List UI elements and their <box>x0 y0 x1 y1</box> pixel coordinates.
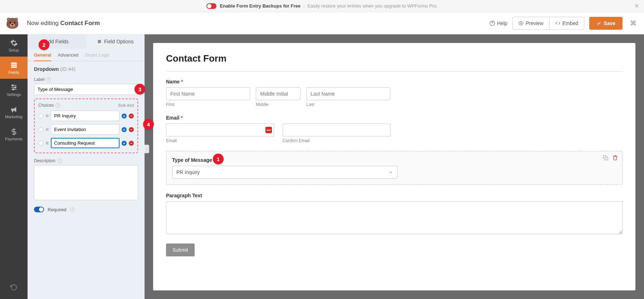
subtab-smart-logic[interactable]: Smart Logic <box>85 52 109 61</box>
svg-rect-18 <box>605 157 608 160</box>
paragraph-textarea[interactable] <box>166 201 623 234</box>
tab-add-fields[interactable]: Add Fields <box>28 34 86 49</box>
description-label-row: Description ? <box>34 158 138 163</box>
help-icon[interactable]: ? <box>46 77 51 82</box>
nav-history[interactable] <box>0 280 28 295</box>
middle-sublabel: Middle <box>256 102 301 107</box>
middle-initial-input[interactable] <box>256 87 301 100</box>
embed-label: Embed <box>562 20 578 26</box>
paragraph-field[interactable]: Paragraph Text <box>166 193 623 236</box>
email-field[interactable]: Email * •••Email Confirm Email <box>166 115 623 143</box>
remove-choice-button[interactable]: − <box>129 114 134 119</box>
copy-icon <box>603 155 608 160</box>
help-icon[interactable]: ? <box>55 103 60 108</box>
password-manager-icon[interactable]: ••• <box>265 127 272 133</box>
first-name-input[interactable] <box>166 87 250 100</box>
choice-radio[interactable] <box>38 141 43 146</box>
choices-header: Choices ? Bulk Add <box>38 103 134 108</box>
remove-choice-button[interactable]: − <box>129 127 134 132</box>
nav-fields[interactable]: Fields <box>0 57 28 79</box>
field-actions <box>603 155 618 161</box>
nav-settings[interactable]: Settings <box>0 79 28 101</box>
last-name-input[interactable] <box>306 87 390 100</box>
drag-handle-icon[interactable]: ≡ <box>45 126 49 133</box>
check-icon <box>596 21 601 26</box>
form-name: Contact Form <box>60 20 100 26</box>
header-actions: Help Preview Embed Save ✖ <box>489 17 637 30</box>
svg-point-1 <box>520 23 522 24</box>
drag-handle-icon[interactable]: ≡ <box>45 140 49 146</box>
sub-tabs: General Advanced Smart Logic <box>28 49 145 61</box>
duplicate-field-button[interactable] <box>603 155 608 161</box>
choices-section: Choices ? Bulk Add ≡ + − <box>34 98 138 153</box>
subtab-general[interactable]: General <box>34 52 51 61</box>
gear-icon <box>10 39 18 47</box>
help-icon[interactable]: ? <box>57 159 62 163</box>
options-icon <box>97 39 102 44</box>
description-textarea[interactable] <box>34 165 138 200</box>
main-layout: Setup Fields Settings Marketing Payments… <box>0 34 644 299</box>
help-icon[interactable]: ? <box>70 207 75 212</box>
choice-input[interactable] <box>51 138 119 148</box>
svg-rect-4 <box>11 66 17 68</box>
email-sublabel: Email <box>166 138 274 143</box>
nav-payments[interactable]: Payments <box>0 123 28 145</box>
confirm-email-input[interactable] <box>283 124 391 136</box>
drag-handle-icon[interactable]: ≡ <box>45 113 49 119</box>
form-preview-area: Contact Form Name * First Middle Last Em… <box>145 34 644 299</box>
required-toggle[interactable] <box>34 207 44 212</box>
nav-payments-label: Payments <box>5 137 23 141</box>
tab-field-options[interactable]: Field Options <box>86 34 145 49</box>
required-row: Required ? <box>34 207 138 212</box>
top-bar-sub: Easily restore your entries when you upg… <box>307 3 438 9</box>
email-label: Email * <box>166 115 623 121</box>
nav-marketing-label: Marketing <box>5 115 22 119</box>
remove-choice-button[interactable]: − <box>129 141 134 146</box>
email-input[interactable] <box>166 124 274 136</box>
name-field[interactable]: Name * First Middle Last <box>166 79 623 107</box>
callout-badge-3: 3 <box>135 84 145 95</box>
add-choice-button[interactable]: + <box>122 141 127 146</box>
form-canvas: Contact Form Name * First Middle Last Em… <box>153 43 635 290</box>
confirm-email-sublabel: Confirm Email <box>283 138 391 143</box>
bullhorn-icon <box>10 106 18 114</box>
close-icon[interactable]: ✕ <box>634 3 639 9</box>
backup-toggle[interactable] <box>206 3 216 9</box>
chevron-down-icon <box>388 170 393 175</box>
collapse-panel-button[interactable]: ‹ <box>145 145 149 153</box>
choice-input[interactable] <box>51 111 119 121</box>
choice-input[interactable] <box>51 124 119 135</box>
add-choice-button[interactable]: + <box>122 127 127 132</box>
svg-rect-2 <box>11 62 17 64</box>
help-link[interactable]: Help <box>489 20 507 26</box>
close-builder-icon[interactable]: ✖ <box>630 18 637 28</box>
nav-setup[interactable]: Setup <box>0 34 28 57</box>
choice-radio[interactable] <box>38 127 43 132</box>
subtab-advanced[interactable]: Advanced <box>58 52 78 61</box>
submit-button[interactable]: Submit <box>166 243 195 256</box>
embed-button[interactable]: Embed <box>549 17 584 29</box>
list-icon <box>10 61 18 69</box>
paragraph-label: Paragraph Text <box>166 193 623 198</box>
field-options-panel: 2 3 4 Add Fields Field Options General A… <box>28 34 145 299</box>
preview-button[interactable]: Preview <box>513 17 549 29</box>
type-msg-selected: PR Inquiry <box>176 169 200 175</box>
last-sublabel: Last <box>306 102 390 107</box>
type-msg-select[interactable]: PR Inquiry <box>172 166 397 179</box>
delete-field-button[interactable] <box>613 155 618 161</box>
top-bar-title: Enable Form Entry Backups for Free <box>220 3 301 9</box>
nav-marketing[interactable]: Marketing <box>0 101 28 123</box>
save-button[interactable]: Save <box>589 17 623 30</box>
email-inputs-row: •••Email Confirm Email <box>166 124 623 143</box>
editing-prefix: Now editing <box>27 20 60 26</box>
bulk-add-button[interactable]: Bulk Add <box>113 103 134 107</box>
label-input[interactable] <box>34 84 138 95</box>
nav-settings-label: Settings <box>7 92 21 97</box>
type-msg-label: Type of Message * <box>172 157 616 163</box>
add-choice-button[interactable]: + <box>122 114 127 119</box>
choices-label-row: Choices ? <box>38 103 60 108</box>
divider: | <box>303 3 304 9</box>
type-of-message-field[interactable]: 1 Type of Message * PR Inquiry <box>166 151 623 185</box>
svg-point-8 <box>12 85 13 86</box>
choice-radio[interactable] <box>38 114 43 119</box>
